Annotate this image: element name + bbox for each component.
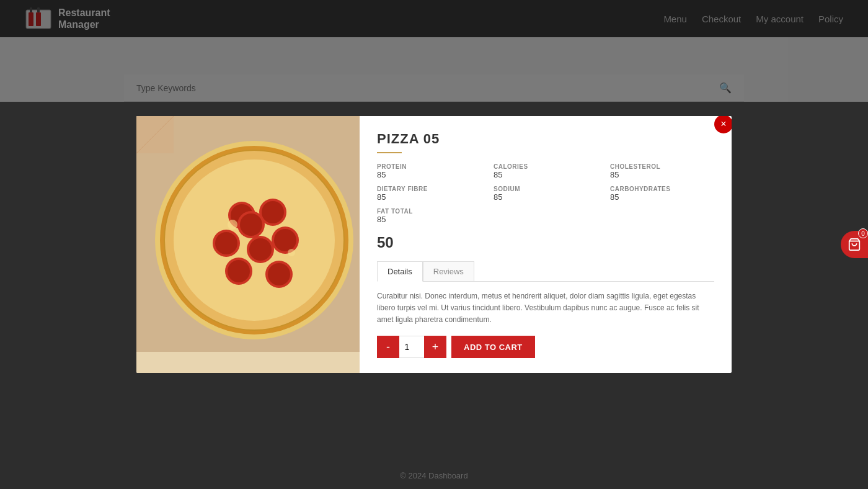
product-tabs: Details Reviews (377, 261, 714, 282)
svg-point-28 (288, 249, 295, 256)
add-to-cart-button[interactable]: ADD TO CART (451, 336, 535, 358)
product-image (136, 116, 360, 374)
svg-point-27 (228, 220, 237, 230)
product-modal: × (136, 116, 732, 374)
product-title: PIZZA 05 (377, 131, 714, 147)
nutrition-cholesterol: CHOLESTEROL 85 (610, 163, 714, 179)
svg-point-24 (268, 263, 290, 285)
cart-controls: - + ADD TO CART (377, 336, 714, 358)
tab-content-details: Curabitur nisi. Donec interdum, metus et… (377, 290, 714, 326)
nutrition-fat-total: FAT TOTAL 85 (377, 208, 481, 224)
svg-point-16 (215, 232, 237, 254)
nutrition-dietary-fibre: DIETARY FIBRE 85 (377, 186, 481, 202)
tab-details[interactable]: Details (377, 261, 423, 282)
quantity-decrease-button[interactable]: - (377, 336, 399, 358)
svg-point-20 (274, 229, 296, 251)
svg-point-22 (228, 260, 250, 282)
svg-point-14 (262, 201, 284, 223)
cart-badge: 0 (858, 228, 868, 238)
svg-point-18 (249, 238, 272, 261)
svg-point-26 (240, 213, 262, 236)
quantity-input[interactable] (399, 336, 424, 358)
cart-fab[interactable]: 0 (841, 231, 868, 258)
nutrition-calories: CALORIES 85 (494, 163, 598, 179)
nutrition-carbohydrates: CARBOHYDRATES 85 (610, 186, 714, 202)
nutrition-protein: PROTEIN 85 (377, 163, 481, 179)
product-details: PIZZA 05 PROTEIN 85 CALORIES 85 CHOLESTE… (360, 116, 732, 374)
modal-close-button[interactable]: × (714, 116, 732, 133)
product-price: 50 (377, 234, 714, 251)
modal-overlay: × (0, 0, 868, 489)
title-underline (377, 152, 402, 153)
tab-reviews[interactable]: Reviews (423, 261, 474, 282)
quantity-increase-button[interactable]: + (424, 336, 446, 358)
nutrition-sodium: SODIUM 85 (494, 186, 598, 202)
pizza-image-svg (136, 116, 360, 352)
cart-icon (848, 238, 861, 251)
nutrition-grid: PROTEIN 85 CALORIES 85 CHOLESTEROL 85 DI… (377, 163, 714, 224)
